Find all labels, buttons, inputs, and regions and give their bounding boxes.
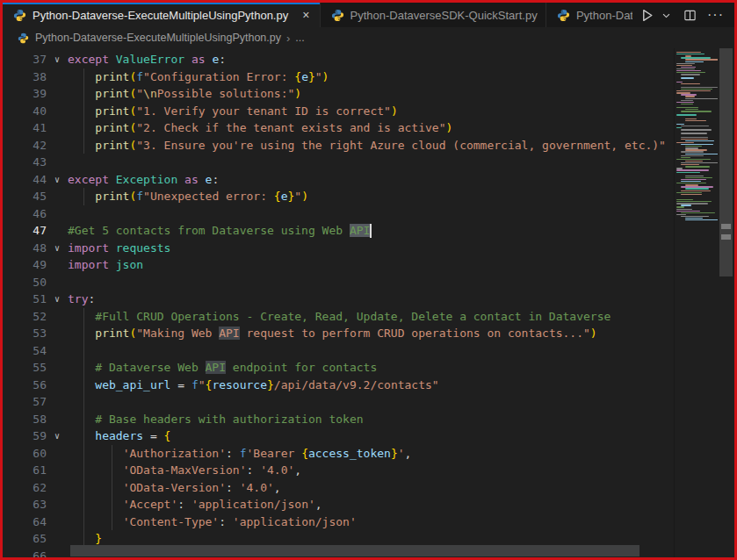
run-button[interactable] [638,5,656,25]
line-number: 51 [3,292,47,305]
minimap-line [681,151,704,152]
code-text: except Exception as e: [68,173,219,186]
minimap-line [681,137,708,138]
fold-chevron-icon[interactable]: ∨ [47,431,68,441]
code-line[interactable]: 42 print("3. Ensure you're using the rig… [3,137,673,154]
indent-guide [83,462,84,479]
split-editor-button[interactable] [682,5,698,25]
breadcrumb-file[interactable]: Python-Dataverse-ExecuteMultipleUsingPyt… [35,32,281,44]
minimap[interactable] [674,48,718,557]
vertical-scrollbar[interactable] [718,48,734,557]
tab-quickstart[interactable]: Python-DataverseSDK-QuickStart.py [321,3,546,27]
indent-guide [83,68,84,86]
minimap-line [685,59,718,60]
horizontal-scrollbar-slider[interactable] [70,545,639,556]
tab-label: Python-Dataverse-ExecuteMultipleUsingPyt… [33,9,288,22]
line-number: 54 [3,344,47,357]
minimap-line [676,169,709,170]
minimap-line [685,176,704,176]
code-line[interactable]: 55 # Dataverse Web API endpoint for cont… [3,359,673,377]
code-text: print(f"Unexpected error: {e}") [68,190,308,203]
indent-guide [83,479,84,497]
code-line[interactable]: 50 [3,274,673,291]
code-line[interactable]: 51∨try: [3,291,673,308]
code-line[interactable]: 59∨ headers = { [3,427,673,445]
tab-truncated[interactable]: Python-Dat [546,3,632,27]
code-lines[interactable]: 37∨except ValueError as e:38 print(f"Con… [3,51,673,560]
indent-guide [83,85,84,103]
code-editor[interactable]: 37∨except ValueError as e:38 print(f"Con… [3,48,734,557]
code-line[interactable]: 54 [3,342,673,360]
code-line[interactable]: 38 print(f"Configuration Error: {e}") [3,68,673,86]
minimap-line [676,82,683,83]
code-text: #Get 5 contacts from Dataverse using Web… [68,224,372,239]
code-line[interactable]: 64 'Content-Type': 'application/json' [3,513,673,531]
minimap-line [685,188,709,189]
minimap-line [676,63,695,64]
minimap-line [676,209,692,210]
code-line[interactable]: 41 print("2. Check if the tenant exists … [3,119,673,137]
fold-chevron-icon[interactable]: ∨ [47,54,68,64]
minimap-line [676,211,700,212]
indent-guide [83,137,84,154]
minimap-line [681,157,690,158]
code-text: print("2. Check if the tenant exists and… [68,121,452,134]
code-text: #Full CRUD Operations - Create, Read, Up… [68,310,611,323]
code-line[interactable]: 45 print(f"Unexpected error: {e}") [3,188,673,205]
breadcrumb-more[interactable]: ... [295,32,304,44]
line-number: 45 [3,190,47,203]
close-tab-icon[interactable]: × [300,8,312,22]
code-line[interactable]: 43 [3,154,673,171]
code-line[interactable]: 58 # Base headers with authorization tok… [3,411,673,428]
code-text: } [68,532,102,545]
code-line[interactable]: 47#Get 5 contacts from Dataverse using W… [3,222,673,240]
code-line[interactable]: 57 [3,393,673,411]
code-line[interactable]: 63 'Accept': 'application/json', [3,496,673,513]
code-text: print("3. Ensure you're using the right … [68,139,666,152]
minimap-line [681,74,700,75]
code-line[interactable]: 62 'OData-Version': '4.0', [3,479,673,497]
code-text: try: [68,292,95,305]
play-icon [639,8,654,23]
code-line[interactable]: 56 web_api_url = f"{resource}/api/data/v… [3,377,673,394]
code-line[interactable]: 40 print("1. Verify your tenant ID is co… [3,103,673,120]
indent-guide [83,427,84,445]
minimap-line [681,133,707,133]
fold-chevron-icon[interactable]: ∨ [47,175,68,184]
code-text: # Base headers with authorization token [68,413,364,426]
fold-chevron-icon[interactable]: ∨ [47,243,68,253]
code-text: 'OData-MaxVersion': '4.0', [68,463,301,477]
code-line[interactable]: 37∨except ValueError as e: [3,51,673,68]
code-line[interactable]: 61 'OData-MaxVersion': '4.0', [3,462,673,479]
vertical-scrollbar-slider[interactable] [719,48,733,276]
more-actions-button[interactable]: ··· [705,5,726,25]
code-text: print("1. Verify your tenant ID is corre… [68,104,398,118]
minimap-line [681,111,712,111]
code-line[interactable]: 53 print("Making Web API request to perf… [3,325,673,342]
python-file-icon [331,9,344,22]
code-line[interactable]: 60 'Authorization': f'Bearer {access_tok… [3,445,673,463]
minimap-line [681,100,693,101]
code-line[interactable]: 48∨import requests [3,240,673,257]
run-dropdown[interactable] [660,5,673,25]
fold-chevron-icon[interactable]: ∨ [47,294,68,304]
minimap-line [681,139,708,140]
line-number: 59 [3,429,47,442]
line-number: 48 [3,241,47,255]
code-line[interactable]: 49import json [3,256,673,274]
code-line[interactable]: 39 print("\nPossible solutions:") [3,85,673,103]
line-number: 38 [3,70,47,83]
breadcrumb: Python-Dataverse-ExecuteMultipleUsingPyt… [3,27,734,48]
code-line[interactable]: 44∨except Exception as e: [3,171,673,189]
tab-label: Python-DataverseSDK-QuickStart.py [350,9,538,22]
line-number: 53 [3,327,47,340]
tab-execute-multiple[interactable]: Python-Dataverse-ExecuteMultipleUsingPyt… [3,3,321,27]
minimap-line [681,129,712,130]
overview-ruler-mark [721,224,731,229]
indent-guide [83,103,84,120]
editor-actions: ··· [632,3,734,27]
code-line[interactable]: 46 [3,205,673,223]
code-text: import json [68,258,143,271]
minimap-line [681,67,696,68]
code-line[interactable]: 52 #Full CRUD Operations - Create, Read,… [3,308,673,326]
